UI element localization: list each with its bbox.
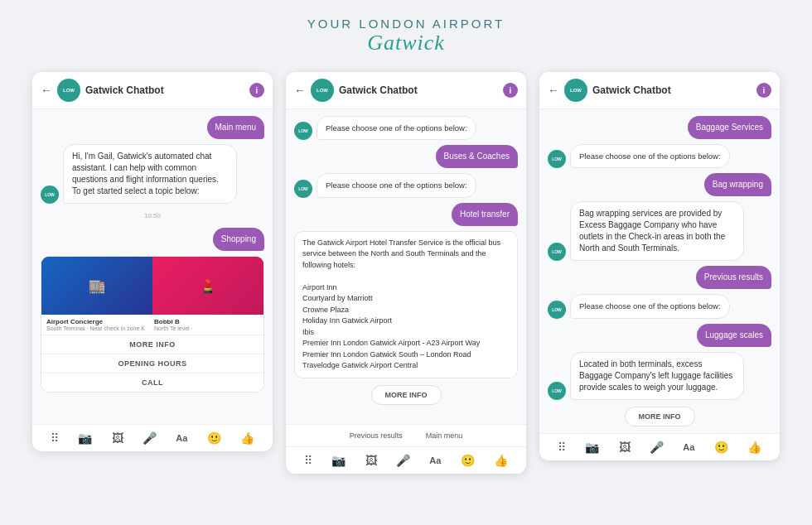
phone-1-chat: Main menu LOW Hi, I'm Gail, Gatwick's au… xyxy=(32,109,273,424)
text-input[interactable]: Aa xyxy=(683,442,694,452)
grid-icon[interactable]: ⠿ xyxy=(51,431,59,445)
card-sub-2: North Te level · xyxy=(154,325,259,331)
footer-buttons: Previous results Main menu xyxy=(286,424,526,446)
message-row: LOW Please choose one of the options bel… xyxy=(548,294,771,318)
camera-icon[interactable]: 📷 xyxy=(78,431,92,445)
avatar: LOW xyxy=(564,79,587,102)
user-bubble: Luggage scales xyxy=(697,324,771,347)
timestamp: 10:50 xyxy=(41,212,264,219)
bot-bubble: Bag wrapping services are provided by Ex… xyxy=(570,201,744,261)
back-button[interactable]: ← xyxy=(548,84,559,97)
call-button[interactable]: CALL xyxy=(41,373,263,392)
user-bubble: Buses & Coaches xyxy=(436,145,519,168)
text-input[interactable]: Aa xyxy=(429,455,441,465)
camera-icon[interactable]: 📷 xyxy=(331,454,346,467)
phones-container: ← LOW Gatwick Chatbot i Main menu LOW Hi… xyxy=(32,72,780,474)
bot-avatar: LOW xyxy=(41,185,59,204)
opening-hours-button[interactable]: OPENING HOURS xyxy=(41,354,263,373)
emoji-icon[interactable]: 🙂 xyxy=(714,441,728,454)
user-bubble: Main menu xyxy=(207,116,264,139)
phone-3: ← LOW Gatwick Chatbot i Baggage Services… xyxy=(539,72,780,460)
bot-bubble: Please choose one of the options below: xyxy=(317,173,476,197)
message-row: Bag wrapping xyxy=(548,173,771,196)
image-icon[interactable]: 🖼 xyxy=(365,454,377,467)
message-row: Luggage scales xyxy=(548,324,771,347)
card-sub-1: South Terminal · Near check in zone K xyxy=(46,325,151,331)
grid-icon[interactable]: ⠿ xyxy=(304,454,312,467)
message-row: Shopping xyxy=(41,228,264,251)
bot-bubble: Located in both terminals, excess Baggag… xyxy=(570,352,744,400)
user-bubble: Hotel transfer xyxy=(452,203,518,226)
back-button[interactable]: ← xyxy=(294,84,306,97)
more-info-button[interactable]: MORE INFO xyxy=(625,407,695,426)
info-icon[interactable]: i xyxy=(756,83,771,98)
user-bubble: Bag wrapping xyxy=(704,173,771,196)
image-icon[interactable]: 🖼 xyxy=(112,431,123,445)
card-name-1: Airport Concierge xyxy=(46,318,151,325)
card-title-2: Bobbi B North Te level · xyxy=(154,318,259,331)
message-row: LOW Located in both terminals, excess Ba… xyxy=(548,352,771,400)
bot-avatar: LOW xyxy=(548,382,566,400)
main-menu-button[interactable]: Main menu xyxy=(423,430,466,441)
card-img-left: 🏬 xyxy=(41,257,152,315)
phone-2-bottom-nav: ⠿ 📷 🖼 🎤 Aa 🙂 👍 xyxy=(286,446,526,474)
message-row: Previous results xyxy=(548,266,771,289)
image-icon[interactable]: 🖼 xyxy=(619,441,631,454)
card-name-2: Bobbi B xyxy=(154,318,259,325)
like-icon[interactable]: 👍 xyxy=(747,441,761,454)
grid-icon[interactable]: ⠿ xyxy=(558,441,566,454)
emoji-icon[interactable]: 🙂 xyxy=(461,454,475,467)
phone-1-bottom-nav: ⠿ 📷 🖼 🎤 Aa 🙂 👍 xyxy=(32,424,273,451)
mic-icon[interactable]: 🎤 xyxy=(396,454,410,467)
more-info-button[interactable]: MORE INFO xyxy=(41,335,263,354)
info-icon[interactable]: i xyxy=(503,83,518,98)
message-row: Hotel transfer xyxy=(294,203,518,226)
card-titles: Airport Concierge South Terminal · Near … xyxy=(41,315,263,335)
bot-avatar: LOW xyxy=(548,243,566,261)
bot-avatar: LOW xyxy=(294,180,312,198)
message-row: LOW Please choose one of the options bel… xyxy=(294,116,518,140)
header-logo: Gatwick xyxy=(307,31,505,55)
like-icon[interactable]: 👍 xyxy=(240,431,254,445)
emoji-icon[interactable]: 🙂 xyxy=(207,431,221,445)
chatbot-title: Gatwick Chatbot xyxy=(85,84,244,96)
page-header: YOUR LONDON AIRPORT Gatwick xyxy=(307,17,505,55)
shopping-card: 🏬 💄 Airport Concierge South Terminal · N… xyxy=(41,256,264,393)
message-row: LOW Please choose one of the options bel… xyxy=(294,173,518,197)
more-info-button[interactable]: MORE INFO xyxy=(371,385,442,405)
like-icon[interactable]: 👍 xyxy=(494,454,508,467)
message-row: Buses & Coaches xyxy=(294,145,518,168)
chatbot-title: Gatwick Chatbot xyxy=(339,84,498,96)
text-input[interactable]: Aa xyxy=(176,433,187,443)
hotel-info: The Gatwick Airport Hotel Transfer Servi… xyxy=(294,231,518,378)
bot-bubble: Please choose one of the options below: xyxy=(570,144,730,168)
user-bubble: Baggage Services xyxy=(688,116,771,139)
mic-icon[interactable]: 🎤 xyxy=(650,441,664,454)
phone-3-bottom-nav: ⠿ 📷 🖼 🎤 Aa 🙂 👍 xyxy=(539,433,780,460)
phone-2: ← LOW Gatwick Chatbot i LOW Please choos… xyxy=(286,72,526,474)
bot-bubble: Hi, I'm Gail, Gatwick's automated chat a… xyxy=(63,144,237,204)
bot-avatar: LOW xyxy=(548,150,566,168)
card-actions: MORE INFO OPENING HOURS CALL xyxy=(41,335,263,392)
mic-icon[interactable]: 🎤 xyxy=(143,431,157,445)
camera-icon[interactable]: 📷 xyxy=(585,441,599,454)
avatar: LOW xyxy=(57,79,80,102)
bot-bubble: Please choose one of the options below: xyxy=(317,116,476,140)
chatbot-title: Gatwick Chatbot xyxy=(592,84,752,96)
bot-avatar: LOW xyxy=(548,301,566,319)
card-img-right: 💄 xyxy=(152,257,263,315)
phone-2-chat: LOW Please choose one of the options bel… xyxy=(286,109,526,424)
card-title-1: Airport Concierge South Terminal · Near … xyxy=(46,318,151,331)
header-title: YOUR LONDON AIRPORT xyxy=(307,17,505,31)
phone-3-header: ← LOW Gatwick Chatbot i xyxy=(539,72,780,109)
phone-3-chat: Baggage Services LOW Please choose one o… xyxy=(539,109,780,433)
avatar-label: LOW xyxy=(570,88,582,93)
message-row: Baggage Services xyxy=(548,116,771,139)
previous-results-button[interactable]: Previous results xyxy=(346,430,406,441)
phone-2-header: ← LOW Gatwick Chatbot i xyxy=(286,72,526,109)
back-button[interactable]: ← xyxy=(41,84,52,97)
message-row: LOW Please choose one of the options bel… xyxy=(548,144,771,168)
info-icon[interactable]: i xyxy=(249,83,264,98)
avatar: LOW xyxy=(311,79,334,102)
user-bubble: Shopping xyxy=(213,228,264,251)
